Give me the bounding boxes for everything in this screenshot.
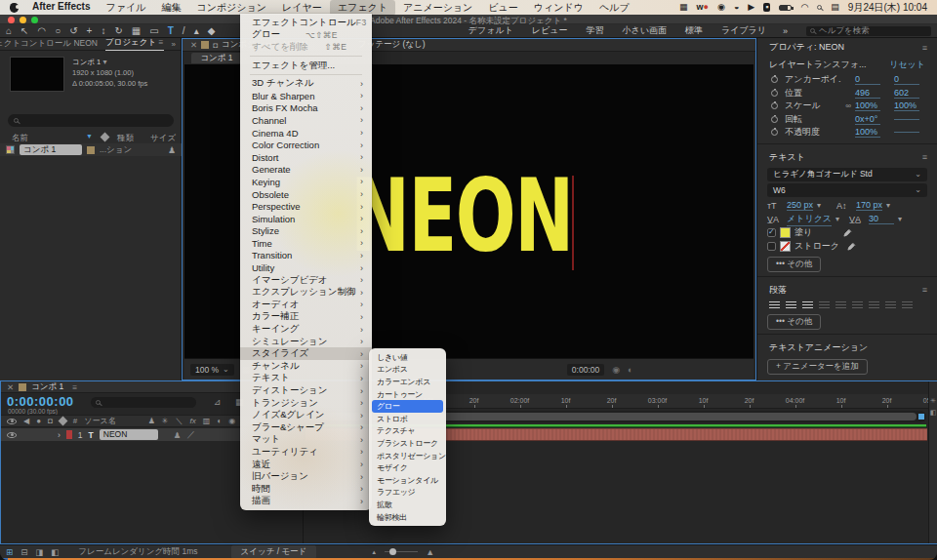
effect-menu-item[interactable]: チャンネル › — [240, 360, 372, 373]
text-more-button[interactable]: ••• その他 — [767, 257, 821, 272]
zoom-level-dropdown[interactable]: 100 %⌄ — [190, 364, 234, 376]
effect-menu-item[interactable]: シミュレーション › — [240, 336, 372, 348]
effect-menu-item[interactable]: キーイング › — [240, 323, 372, 336]
add-animator-button[interactable]: + アニメーターを追加 — [767, 359, 868, 375]
workspace-tab[interactable]: 標準 — [685, 24, 703, 37]
effect-menu-item[interactable]: 遠近 › — [240, 459, 372, 471]
wacom-menu-icon[interactable]: ᴡ● — [697, 3, 709, 12]
effect-menu-item[interactable]: 描画 › — [240, 496, 372, 508]
stylize-submenu-item[interactable]: ストロボ — [372, 413, 443, 425]
collapse-switch-icon[interactable]: ✳ — [162, 417, 169, 425]
apple-menu-icon[interactable] — [10, 3, 19, 13]
layer-name[interactable]: NEON — [100, 429, 158, 440]
type-tool[interactable]: T — [168, 26, 174, 36]
project-search-input[interactable] — [8, 114, 174, 127]
comp-mini-tab[interactable]: コンポ 1 — [191, 53, 242, 63]
property-value[interactable]: 496 — [855, 88, 880, 99]
effect-menu-item[interactable]: ディストーション › — [240, 384, 372, 397]
eyedropper-icon[interactable] — [843, 228, 852, 237]
stylize-submenu-item[interactable]: モザイク — [372, 461, 443, 474]
orbit-camera-tool[interactable]: ↺ — [69, 26, 77, 36]
leading-value[interactable]: 170 px — [856, 200, 882, 211]
zoom-tool[interactable]: ○ — [55, 26, 61, 36]
comp-info-title[interactable]: コンポ 1 — [72, 58, 101, 66]
stylize-submenu-item[interactable]: ラフエッジ — [372, 487, 443, 500]
link-icon[interactable]: ∞ — [841, 101, 855, 110]
cache-icon[interactable]: ◧ — [51, 547, 59, 557]
kerning-value[interactable]: メトリクス — [787, 213, 832, 226]
fill-color-swatch[interactable] — [780, 227, 791, 238]
panel-menu-icon[interactable]: ≡ — [922, 43, 927, 53]
adjustment-layer-icon[interactable]: ◉ — [228, 417, 235, 425]
chevron-down-icon[interactable]: ▾ — [102, 58, 106, 66]
effect-menu-item[interactable]: エクスプレッション制御 › — [240, 286, 372, 299]
spotlight-icon[interactable] — [817, 5, 822, 10]
property-value-2[interactable]: 0 — [894, 74, 919, 85]
viewer-timecode[interactable]: 0:00:00 — [567, 364, 604, 376]
label-color-swatch[interactable] — [87, 146, 95, 154]
switch-mode-button[interactable]: スイッチ / モード — [231, 545, 317, 559]
stylize-submenu-item[interactable]: グロー — [372, 400, 443, 413]
shy-switch-icon[interactable]: ♟ — [148, 417, 155, 425]
stylize-submenu-item[interactable]: エンボス — [372, 364, 443, 377]
effect-menu-item[interactable]: 時間 › — [240, 483, 372, 496]
effect-menu-item[interactable]: すべてを削除 ⇧⌘E — [240, 41, 372, 54]
label-column-icon[interactable] — [58, 417, 67, 426]
workspace-tab[interactable]: ライブラリ — [721, 24, 766, 37]
effect-menu-item[interactable]: Stylize › — [240, 225, 372, 238]
effect-menu-item[interactable]: マット › — [240, 434, 372, 447]
justify-last-right-icon[interactable] — [852, 301, 863, 309]
menubar-item[interactable]: ビュー — [480, 0, 525, 16]
effect-menu-item[interactable]: エフェクトコントロール F3 — [240, 17, 372, 29]
stylize-submenu-item[interactable]: モーションタイル — [372, 474, 443, 487]
selection-tool[interactable]: ↖ — [20, 26, 28, 36]
effect-menu-item[interactable]: カラー補正 › — [240, 311, 372, 324]
effect-menu-item[interactable]: オーディオ › — [240, 299, 372, 311]
property-value-2[interactable]: 602 — [894, 88, 919, 99]
stylize-submenu-item[interactable]: ブラシストローク — [372, 437, 443, 450]
align-left-icon[interactable] — [769, 301, 780, 309]
zoom-in-mountain-icon[interactable]: ▲ — [426, 547, 434, 557]
effect-menu-item[interactable]: グロー ⌥⇧⌘E — [240, 29, 372, 42]
shape-tool[interactable]: ▭ — [149, 26, 158, 36]
property-value[interactable]: 0 — [855, 74, 880, 85]
fill-checkbox[interactable] — [767, 228, 776, 237]
effect-menu-item[interactable]: Channel › — [240, 114, 372, 127]
screen-recording-icon[interactable]: ▪ — [763, 3, 770, 12]
workspace-tab[interactable]: 学習 — [587, 24, 604, 37]
navigator-end-handle[interactable] — [918, 414, 924, 420]
effect-menu-item[interactable]: 3D チャンネル › — [240, 77, 372, 90]
help-search-input[interactable]: ヘルプを検索 — [806, 26, 931, 36]
font-family-dropdown[interactable]: ヒラギノ角ゴオールド Std⌄ — [767, 168, 927, 181]
indent-left-icon[interactable] — [885, 301, 896, 309]
input-source-icon[interactable]: ▦ — [679, 3, 688, 12]
justify-last-left-icon[interactable] — [819, 301, 830, 309]
home-icon[interactable]: ⌂ — [6, 26, 12, 36]
effect-menu-item[interactable]: Utility › — [240, 261, 372, 274]
effect-menu-item[interactable]: Distort › — [240, 151, 372, 164]
effect-menu-item[interactable]: ノイズ&グレイン › — [240, 409, 372, 421]
property-value-2[interactable] — [894, 119, 919, 120]
lock-icon[interactable]: ◘ — [213, 41, 218, 50]
visibility-column-icon[interactable] — [7, 419, 17, 424]
panel-menu-icon[interactable]: ≡ — [922, 285, 927, 295]
photos-menu-icon[interactable]: ◒ — [734, 3, 739, 12]
project-item-row[interactable]: コンポ 1 ...ション ♟ — [0, 143, 182, 156]
justify-last-center-icon[interactable] — [835, 301, 846, 309]
effect-menu-item[interactable]: ユーティリティ › — [240, 446, 372, 459]
font-weight-dropdown[interactable]: W6⌄ — [767, 183, 927, 197]
effect-menu-item[interactable]: Keying › — [240, 176, 372, 188]
battery-icon[interactable] — [779, 5, 792, 11]
stylize-submenu-item[interactable]: ポスタリゼーション — [372, 450, 443, 462]
motion-blur-icon[interactable]: ◐ — [217, 417, 222, 425]
current-timecode[interactable]: 0:00:00:00 — [7, 394, 74, 409]
stroke-color-swatch[interactable] — [780, 241, 791, 252]
effect-menu-item[interactable]: Boris FX Mocha › — [240, 102, 372, 115]
menubar-item[interactable]: ウィンドウ — [526, 0, 591, 16]
workspace-tab[interactable]: 小さい画面 — [623, 24, 667, 37]
property-value[interactable]: 100% — [855, 127, 880, 138]
indent-right-icon[interactable] — [902, 301, 913, 309]
project-item-name[interactable]: コンポ 1 — [20, 144, 82, 155]
menubar-item[interactable]: After Effects — [24, 0, 98, 16]
stopwatch-icon[interactable] — [771, 116, 778, 123]
